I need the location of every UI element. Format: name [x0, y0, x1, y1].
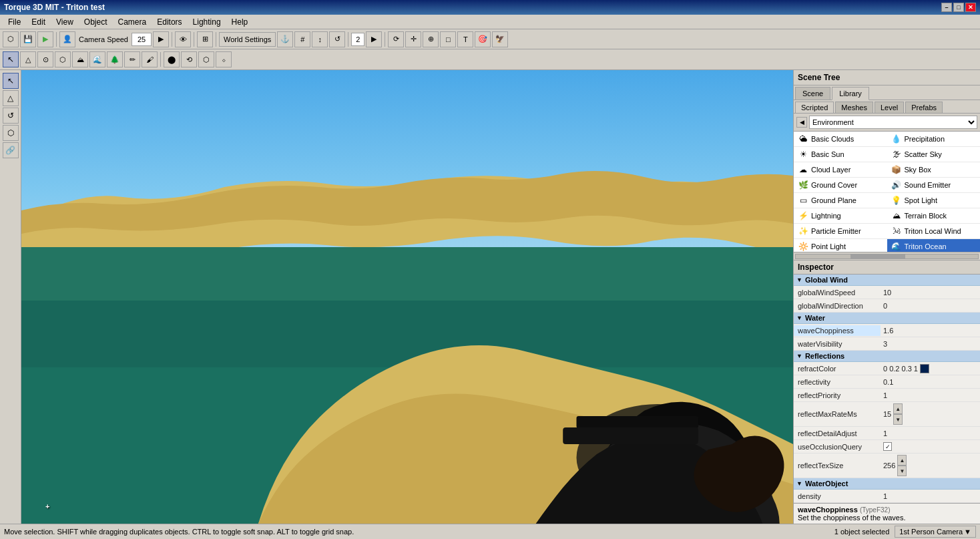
- value-reflect-tex-size[interactable]: 256 ▲ ▼: [881, 454, 980, 478]
- tb2-water[interactable]: 🌊: [89, 51, 105, 67]
- lib-item-terrain-block[interactable]: ⛰ Terrain Block: [887, 208, 981, 224]
- section-water-object[interactable]: ▼ WaterObject: [794, 478, 980, 490]
- spin-down-maxrate[interactable]: ▼: [893, 414, 903, 425]
- menu-object[interactable]: Object: [79, 16, 113, 28]
- lib-scrollbar[interactable]: [795, 254, 979, 259]
- tb-eye-btn[interactable]: 👁: [175, 31, 191, 47]
- spin-up-texsize[interactable]: ▲: [897, 455, 907, 466]
- value-reflectivity[interactable]: 0.1: [881, 377, 980, 387]
- tb-new-btn[interactable]: ⬡: [3, 31, 19, 47]
- section-water[interactable]: ▼ Water: [794, 313, 980, 324]
- value-reflect-detail[interactable]: 1: [881, 428, 980, 439]
- value-refract-color[interactable]: 0 0.2 0.3 1: [881, 363, 980, 375]
- lib-item-cloud-layer[interactable]: ☁ Cloud Layer: [794, 162, 887, 178]
- spin-down-texsize[interactable]: ▼: [897, 466, 907, 476]
- lib-item-sound-emitter[interactable]: 🔊 Sound Emitter: [887, 178, 981, 193]
- tb2-paint[interactable]: 🖌: [142, 51, 158, 67]
- lib-tab-level[interactable]: Level: [875, 102, 904, 113]
- menu-lighting[interactable]: Lighting: [188, 16, 226, 28]
- tb-snap-btn[interactable]: ⊞: [197, 31, 213, 47]
- lib-item-ground-cover[interactable]: 🌿 Ground Cover: [794, 178, 887, 193]
- snap-up[interactable]: ▶: [366, 31, 382, 47]
- lib-tab-meshes[interactable]: Meshes: [835, 102, 873, 113]
- lib-tab-prefabs[interactable]: Prefabs: [905, 102, 943, 113]
- lib-item-basic-clouds[interactable]: 🌥 Basic Clouds: [794, 132, 887, 147]
- tb2-move2[interactable]: ⟲: [181, 51, 197, 67]
- tb-decal[interactable]: 🎯: [475, 31, 491, 47]
- section-global-wind[interactable]: ▼ Global Wind: [794, 275, 980, 286]
- tb2-tree[interactable]: 🌲: [107, 51, 123, 67]
- lib-item-triton-ocean[interactable]: 🌊 Triton Ocean: [887, 239, 981, 252]
- tb-refresh[interactable]: ⟳: [388, 31, 404, 47]
- lib-item-lightning[interactable]: ⚡ Lightning: [794, 208, 887, 224]
- lib-tab-scripted[interactable]: Scripted: [795, 102, 834, 113]
- tb-text[interactable]: T: [457, 31, 473, 47]
- lib-item-ground-plane[interactable]: ▭ Ground Plane: [794, 193, 887, 208]
- lib-item-point-light[interactable]: 🔆 Point Light: [794, 239, 887, 252]
- close-button[interactable]: ✕: [965, 3, 976, 12]
- tb-vis[interactable]: □: [440, 31, 456, 47]
- world-settings-button[interactable]: World Settings: [219, 32, 276, 47]
- value-water-visibility[interactable]: 3: [881, 339, 980, 349]
- camera-mode-button[interactable]: 1st Person Camera ▼: [895, 526, 976, 538]
- tb2-tri[interactable]: △: [20, 51, 36, 67]
- minimize-button[interactable]: –: [941, 3, 952, 12]
- refract-color-swatch[interactable]: [920, 364, 929, 373]
- tb-extra[interactable]: 🦅: [492, 31, 508, 47]
- env-select[interactable]: Environment: [809, 116, 977, 129]
- lib-item-particle-emitter[interactable]: ✨ Particle Emitter: [794, 224, 887, 239]
- tb-play-btn[interactable]: ▶: [37, 31, 53, 47]
- menu-camera[interactable]: Camera: [113, 16, 152, 28]
- tb2-select[interactable]: ↖: [3, 51, 19, 67]
- value-wave-choppiness[interactable]: 1.6: [881, 325, 980, 336]
- lib-item-spot-light[interactable]: 💡 Spot Light: [887, 193, 981, 208]
- lt-move[interactable]: △: [3, 90, 19, 106]
- lib-item-scatter-sky[interactable]: 🌫 Scatter Sky: [887, 147, 981, 162]
- snap-value[interactable]: [351, 33, 364, 46]
- env-back-button[interactable]: ◀: [796, 117, 807, 128]
- tb-move[interactable]: ✛: [405, 31, 421, 47]
- value-reflect-priority[interactable]: 1: [881, 390, 980, 401]
- tb-save-btn[interactable]: 💾: [20, 31, 36, 47]
- tb-anchor[interactable]: ⚓: [277, 31, 293, 47]
- section-reflections[interactable]: ▼ Reflections: [794, 351, 980, 362]
- tb-arrow[interactable]: ↕: [312, 31, 328, 47]
- viewport[interactable]: +: [21, 70, 793, 524]
- menu-help[interactable]: Help: [226, 16, 254, 28]
- menu-view[interactable]: View: [51, 16, 79, 28]
- menu-file[interactable]: File: [3, 16, 26, 28]
- lt-link[interactable]: 🔗: [3, 142, 19, 158]
- tb-cam-btn[interactable]: 👤: [59, 31, 75, 47]
- tb2-sel2[interactable]: ⬤: [164, 51, 180, 67]
- tab-scene[interactable]: Scene: [795, 87, 830, 100]
- value-global-wind-dir[interactable]: 0: [881, 301, 980, 311]
- tb2-cube[interactable]: ⬡: [55, 51, 71, 67]
- lib-item-triton-local-wind[interactable]: 🌬 Triton Local Wind: [887, 224, 981, 239]
- value-global-wind-speed[interactable]: 10: [881, 287, 980, 298]
- tab-library[interactable]: Library: [832, 87, 869, 100]
- cam-speed-up[interactable]: ▶: [153, 31, 169, 47]
- tb2-deform[interactable]: ⬦: [216, 51, 232, 67]
- tb-target[interactable]: ⊕: [423, 31, 439, 47]
- spin-up-maxrate[interactable]: ▲: [893, 403, 903, 414]
- tb2-scale[interactable]: ⬡: [198, 51, 214, 67]
- lib-item-precipitation[interactable]: 💧 Precipitation: [887, 132, 981, 147]
- lib-item-basic-sun[interactable]: ☀ Basic Sun: [794, 147, 887, 162]
- tb-rot[interactable]: ↺: [329, 31, 345, 47]
- menu-edit[interactable]: Edit: [26, 16, 51, 28]
- menu-editors[interactable]: Editors: [152, 16, 187, 28]
- lib-item-sky-box[interactable]: 📦 Sky Box: [887, 162, 981, 178]
- tb2-terrain[interactable]: ⛰: [72, 51, 88, 67]
- occlusion-checkbox[interactable]: ✓: [883, 442, 892, 451]
- tb2-brush[interactable]: ✏: [124, 51, 140, 67]
- lt-scale[interactable]: ⬡: [3, 125, 19, 141]
- lt-rotate[interactable]: ↺: [3, 108, 19, 124]
- maximize-button[interactable]: □: [953, 3, 964, 12]
- lt-select[interactable]: ↖: [3, 73, 19, 89]
- camera-speed-input[interactable]: 25: [132, 33, 152, 46]
- tb2-sphere[interactable]: ⊙: [37, 51, 53, 67]
- tb-grid[interactable]: #: [294, 31, 310, 47]
- inspector-content[interactable]: ▼ Global Wind globalWindSpeed 10 globalW…: [794, 275, 980, 503]
- value-reflect-maxrate[interactable]: 15 ▲ ▼: [881, 402, 980, 426]
- value-density[interactable]: 1: [881, 491, 980, 502]
